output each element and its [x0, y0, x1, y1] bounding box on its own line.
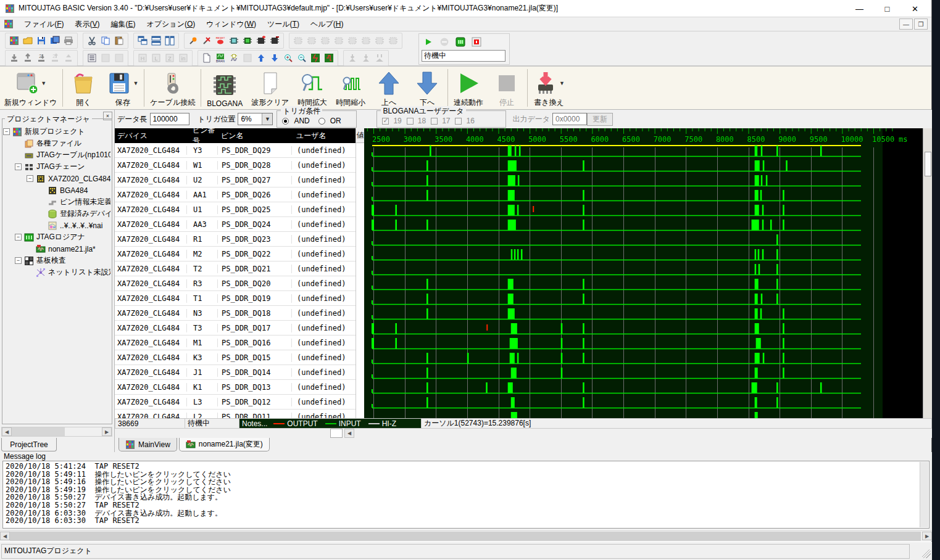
export-down-icon[interactable] [7, 51, 21, 65]
column-header-0[interactable]: デバイス [115, 131, 186, 141]
tab-mainview[interactable]: MainView [119, 438, 177, 451]
chip-power-icon[interactable] [454, 35, 467, 49]
tree-node-files[interactable]: 各種ファイル [3, 138, 110, 149]
tree-expander-icon[interactable]: − [15, 257, 22, 264]
column-header-2[interactable]: ピン名 [217, 131, 291, 141]
chip-wave1-icon[interactable] [309, 51, 322, 65]
maximize-button[interactable]: □ [873, 0, 901, 17]
blogana-bit-checkbox-18[interactable] [407, 118, 414, 125]
blogana-small-icon[interactable]: BRAN [214, 51, 227, 65]
export2-down-icon[interactable]: 2 [35, 51, 48, 65]
new-window-button[interactable]: ▼新規ウィンドウ [0, 67, 61, 109]
record-icon[interactable] [470, 35, 483, 49]
scroll-left-icon[interactable]: ◀ [344, 429, 354, 438]
table-row[interactable]: XA7Z020_CLG484R1PS_DDR_DQ23(undefined) [115, 232, 356, 247]
message-log-list[interactable]: 2020/10/18 5:41:24 TAP RESET22020/10/18 … [2, 461, 930, 529]
cascade-windows-icon[interactable] [136, 34, 149, 47]
rewrite-chip-button[interactable]: ▼書き換え [529, 67, 569, 109]
log-vscrollbar[interactable] [920, 462, 928, 527]
move-down-icon[interactable] [268, 51, 281, 65]
waveform-view[interactable] [364, 128, 923, 418]
menu-view[interactable]: 表示(V) [69, 17, 105, 31]
or-radio[interactable] [318, 118, 325, 125]
save-all-icon[interactable] [48, 34, 62, 47]
dropdown-arrow-icon[interactable]: ▼ [559, 80, 565, 86]
bottom-hscroll-thumb[interactable] [10, 532, 921, 541]
menu-file[interactable]: ファイル(F) [19, 17, 69, 31]
tile-horizontal-icon[interactable] [149, 34, 163, 47]
table-row[interactable]: XA7Z020_CLG484Y3PS_DDR_DQ29(undefined) [115, 143, 356, 158]
tree-node-netlist[interactable]: ネットリスト未設定 [3, 266, 110, 278]
scroll-left-icon[interactable]: ◀ [0, 532, 10, 540]
blogana-chip-button[interactable]: BLOGANA [202, 67, 247, 109]
zoom-out-icon[interactable] [295, 51, 309, 65]
list-view-icon[interactable] [85, 51, 99, 65]
bottom-hscrollbar[interactable]: ◀ ▶ [0, 530, 932, 541]
time-zoom-in-button[interactable]: 時間拡大 [293, 67, 331, 109]
table-row[interactable]: XA7Z020_CLG484AA1PS_DDR_DQ26(undefined) [115, 187, 356, 202]
wave-sample-icon[interactable] [227, 51, 241, 65]
move-up-icon[interactable] [254, 51, 268, 65]
chip-scan-icon[interactable] [227, 34, 241, 47]
paste-icon[interactable] [112, 34, 126, 47]
tree-node-jtag-cable[interactable]: JTAGケーブル(np1010) [3, 149, 110, 161]
tree-node-jtag-chain[interactable]: −JTAGチェーン [3, 161, 110, 173]
import-up-icon[interactable] [21, 51, 35, 65]
table-row[interactable]: XA7Z020_CLG484L2PS_DDR_DQ11(undefined) [115, 410, 356, 418]
app-grid-icon[interactable] [7, 34, 21, 47]
tree-node-jla-file[interactable]: noname21.jla* [3, 243, 110, 255]
blogana-bit-checkbox-19[interactable] [382, 118, 389, 125]
chip-remove-icon[interactable] [268, 34, 281, 47]
time-zoom-out-button[interactable]: 時間縮小 [331, 67, 370, 109]
tree-expander-icon[interactable]: − [27, 175, 33, 182]
tab-projecttree[interactable]: ProjectTree [1, 438, 57, 451]
tree-hscrollbar[interactable]: ◀ ▶ [1, 427, 112, 437]
notes-label[interactable]: Notes... [242, 419, 267, 428]
table-row[interactable]: XA7Z020_CLG484T1PS_DDR_DQ19(undefined) [115, 291, 356, 306]
table-row[interactable]: XA7Z020_CLG484R3PS_DDR_DQ20(undefined) [115, 276, 356, 291]
arrow-down-button[interactable]: 下へ [408, 67, 446, 109]
tree-node-device-chip[interactable]: −XA7Z020_CLG484 [3, 173, 110, 184]
print-icon[interactable] [62, 34, 75, 47]
table-row[interactable]: XA7Z020_CLG484T3PS_DDR_DQ17(undefined) [115, 321, 356, 336]
tree-node-pin-info[interactable]: ピン情報未定義 [3, 196, 110, 208]
tab-noname21-jla-[interactable]: noname21.jla(変更) [179, 438, 270, 451]
minimize-button[interactable]: — [846, 0, 873, 17]
tree-expander-icon[interactable]: − [15, 163, 22, 170]
close-button[interactable]: ✕ [901, 0, 929, 17]
open-folder-icon[interactable] [21, 34, 35, 47]
tree-node-device-db[interactable]: 登録済みデバイス [3, 208, 110, 220]
dropdown-arrow-icon[interactable]: ▼ [133, 80, 138, 86]
table-row[interactable]: XA7Z020_CLG484U1PS_DDR_DQ25(undefined) [115, 202, 356, 217]
run-small-icon[interactable] [422, 35, 435, 49]
scroll-left-icon[interactable]: ◀ [2, 427, 12, 436]
tree-node-board-test[interactable]: −基板検査 [3, 255, 110, 266]
menu-help[interactable]: ヘルプ(H) [305, 17, 349, 31]
tile-vertical-icon[interactable] [163, 34, 177, 47]
scroll-right-icon[interactable]: ▶ [922, 532, 932, 540]
table-row[interactable]: XA7Z020_CLG484K1PS_DDR_DQ13(undefined) [115, 380, 356, 395]
blogana-bit-checkbox-17[interactable] [431, 118, 438, 125]
cable-connect-button[interactable]: ケーブル接続 [146, 67, 199, 109]
chip-wave2-icon[interactable] [322, 51, 336, 65]
mdi-minimize-button[interactable]: — [899, 19, 913, 30]
mdi-restore-button[interactable]: ❐ [914, 19, 928, 30]
tree-node-netmap[interactable]: ..¥..¥..¥..¥nai [3, 220, 110, 231]
waveform-vscrollbar[interactable] [923, 128, 932, 418]
tree-expander-icon[interactable]: − [3, 128, 10, 135]
copy-icon[interactable] [99, 34, 112, 47]
save-big-button[interactable]: ▼保存 [102, 67, 143, 109]
open-big-button[interactable]: 開く [64, 67, 102, 109]
arrow-up-button[interactable]: 上へ [370, 67, 408, 109]
table-row[interactable]: XA7Z020_CLG484M2PS_DDR_DQ22(undefined) [115, 247, 356, 261]
column-header-1[interactable]: ピン番号 [186, 128, 217, 146]
data-length-input[interactable] [150, 113, 189, 125]
wave-clear-button[interactable]: 波形クリア [247, 67, 293, 109]
table-row[interactable]: XA7Z020_CLG484L3PS_DDR_DQ12(undefined) [115, 395, 356, 410]
table-row[interactable]: XA7Z020_CLG484M1PS_DDR_DQ16(undefined) [115, 336, 356, 350]
cut-icon[interactable] [85, 34, 99, 47]
tree-node-bga-package[interactable]: BGA484 [3, 184, 110, 196]
menu-edit[interactable]: 編集(E) [105, 17, 141, 31]
menu-option[interactable]: オプション(O) [141, 17, 201, 31]
table-row[interactable]: XA7Z020_CLG484U2PS_DDR_DQ27(undefined) [115, 173, 356, 187]
